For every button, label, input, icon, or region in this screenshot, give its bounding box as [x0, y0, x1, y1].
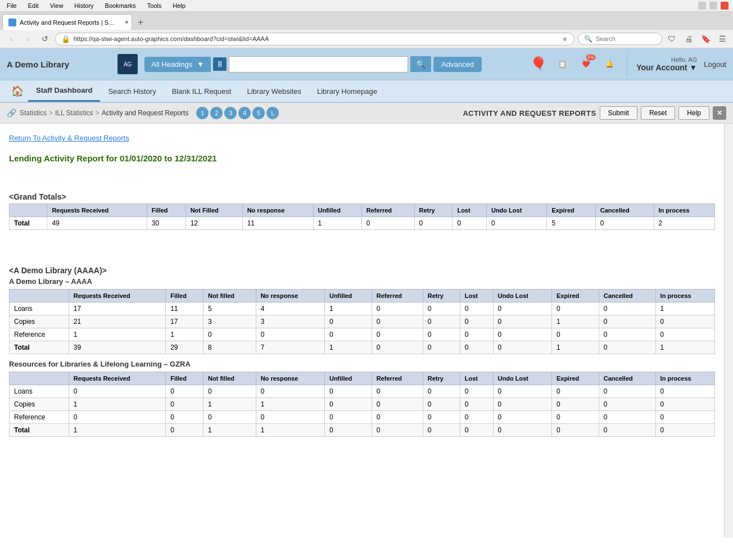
chevron-down-icon: ▼ [197, 60, 204, 69]
nav-blank-ill-request[interactable]: Blank ILL Request [164, 82, 239, 101]
sa-col-req: Requests Received [69, 290, 165, 302]
headings-dropdown[interactable]: All Headings ▼ [144, 57, 211, 72]
menu-tools[interactable]: Tools [145, 1, 164, 10]
submit-button[interactable]: Submit [600, 106, 637, 120]
sb-cell-3-3: 1 [256, 424, 324, 437]
database-icon[interactable]: 🗄 [213, 57, 227, 71]
menu-bookmarks[interactable]: Bookmarks [103, 1, 138, 10]
breadcrumb-current: Activity and Request Reports [102, 109, 189, 117]
nav-search-history[interactable]: Search History [100, 82, 164, 101]
sb-col-referred: Referred [372, 372, 423, 385]
favorites-icon-btn[interactable]: ❤️ F9 [577, 56, 594, 73]
grand-totals-table: Requests Received Filled Not Filled No r… [9, 204, 715, 230]
sa-col-cancelled: Cancelled [599, 290, 655, 302]
account-name[interactable]: Your Account ▼ [636, 63, 697, 72]
sa-cell-1-1: 17 [166, 315, 203, 328]
help-button[interactable]: Help [678, 106, 709, 120]
grand-val-4: 1 [313, 217, 361, 230]
minimize-btn[interactable] [698, 2, 706, 10]
sa-cell-2-4: 0 [324, 328, 372, 341]
statistics-icon: 🔗 [7, 109, 16, 118]
sb-cell-3-7: 0 [460, 424, 493, 437]
bc-num-2[interactable]: 2 [210, 107, 223, 119]
nav-library-homepage[interactable]: Library Homepage [309, 82, 385, 101]
main-content: Return To Activity & Request Reports Len… [0, 124, 724, 538]
sb-row-label-1: Copies [10, 398, 69, 411]
sa-cell-2-0: 1 [69, 328, 165, 341]
notifications-icon-btn[interactable]: 🔔 [601, 56, 618, 73]
grand-val-2: 12 [185, 217, 242, 230]
header-right: 🎈 📋 ❤️ F9 🔔 Hello, AG Your Account ▼ Log… [530, 53, 726, 75]
active-tab[interactable]: Activity and Request Reports | S… × [2, 14, 132, 30]
close-panel-button[interactable]: ✕ [713, 106, 726, 120]
sb-cell-2-4: 0 [324, 411, 372, 424]
bc-num-4[interactable]: 4 [238, 107, 251, 119]
menu-view[interactable]: View [48, 1, 66, 10]
bc-num-l[interactable]: L [266, 107, 279, 119]
sa-cell-2-5: 0 [372, 328, 423, 341]
sb-cell-1-11: 0 [655, 398, 714, 411]
close-btn[interactable] [721, 2, 729, 10]
menu-bar: File Edit View History Bookmarks Tools H… [0, 0, 733, 12]
print-icon[interactable]: 🖨 [682, 33, 695, 45]
sa-cell-0-6: 0 [423, 302, 460, 315]
reset-button[interactable]: Reset [641, 106, 675, 120]
bc-num-5[interactable]: 5 [252, 107, 265, 119]
browser-search-input[interactable] [596, 35, 652, 42]
grand-total-label: Total [10, 217, 47, 230]
return-link[interactable]: Return To Activity & Request Reports [9, 134, 129, 142]
sa-cell-0-7: 0 [460, 302, 493, 315]
sb-cell-3-9: 0 [551, 424, 599, 437]
sb-cell-1-0: 1 [69, 398, 165, 411]
sa-row-label-2: Reference [10, 328, 69, 341]
sa-cell-0-8: 0 [493, 302, 551, 315]
sb-cell-0-11: 0 [655, 385, 714, 398]
advanced-search-button[interactable]: Advanced [433, 57, 482, 72]
url-bar[interactable]: 🔒 https://qa-stwi-agent.auto-graphics.co… [55, 33, 574, 46]
breadcrumb-ill-statistics[interactable]: ILL Statistics [55, 109, 93, 117]
catalog-search-input[interactable] [229, 56, 408, 73]
sa-cell-2-8: 0 [493, 328, 551, 341]
bc-num-3[interactable]: 3 [224, 107, 237, 119]
browser-search-box[interactable]: 🔍 [578, 33, 662, 45]
refresh-btn[interactable]: ↺ [38, 32, 52, 46]
tab-close-btn[interactable]: × [125, 19, 128, 25]
shield-icon[interactable]: 🛡 [666, 33, 678, 45]
maximize-btn[interactable] [709, 2, 717, 10]
grand-col-req: Requests Received [47, 204, 147, 217]
reports-icon-btn[interactable]: 📋 [554, 56, 571, 73]
home-nav-btn[interactable]: 🏠 [7, 80, 28, 102]
new-tab-btn[interactable]: + [133, 15, 148, 30]
grand-col-expired: Expired [547, 204, 595, 217]
bc-num-1[interactable]: 1 [196, 107, 209, 119]
grand-val-10: 0 [595, 217, 654, 230]
settings-icon[interactable]: ☰ [716, 33, 729, 45]
bookmark-icon[interactable]: 🔖 [699, 33, 712, 45]
nav-library-websites[interactable]: Library Websites [239, 82, 309, 101]
back-btn[interactable]: ‹ [4, 32, 18, 46]
nav-staff-dashboard[interactable]: Staff Dashboard [28, 80, 100, 102]
grand-col-label [10, 204, 47, 217]
sb-cell-2-9: 0 [551, 411, 599, 424]
sb-cell-2-1: 0 [166, 411, 203, 424]
table-row: Loans17115410000001 [10, 302, 715, 315]
sa-cell-3-11: 1 [655, 341, 714, 354]
catalog-search-button[interactable]: 🔍 [410, 56, 431, 72]
logout-button[interactable]: Logout [704, 60, 726, 69]
menu-file[interactable]: File [4, 1, 19, 10]
sb-col-unfilled: Unfilled [324, 372, 372, 385]
forward-btn[interactable]: › [21, 32, 35, 46]
grand-col-inprocess: In process [654, 204, 714, 217]
menu-history[interactable]: History [72, 1, 96, 10]
sb-cell-0-7: 0 [460, 385, 493, 398]
sa-cell-2-3: 0 [256, 328, 324, 341]
menu-edit[interactable]: Edit [26, 1, 41, 10]
grand-col-undolost: Undo Lost [486, 204, 546, 217]
scrollbar[interactable] [724, 124, 733, 538]
sa-cell-3-5: 0 [372, 341, 423, 354]
sa-cell-2-9: 0 [551, 328, 599, 341]
breadcrumb-statistics[interactable]: Statistics [20, 109, 47, 117]
grand-col-cancelled: Cancelled [595, 204, 654, 217]
menu-help[interactable]: Help [170, 1, 188, 10]
app-logo: AG [117, 54, 138, 74]
